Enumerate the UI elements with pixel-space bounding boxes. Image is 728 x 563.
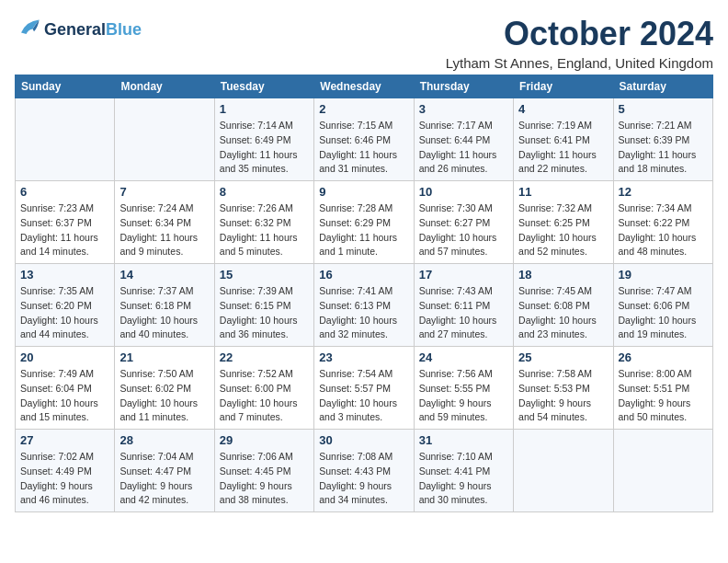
day-detail: Sunrise: 7:50 AMSunset: 6:02 PMDaylight:… (119, 367, 209, 425)
day-number: 27 (20, 433, 109, 447)
calendar-cell: 25Sunrise: 7:58 AMSunset: 5:53 PMDayligh… (514, 347, 613, 430)
week-row-1: 1Sunrise: 7:14 AMSunset: 6:49 PMDaylight… (16, 98, 713, 181)
day-detail: Sunrise: 7:41 AMSunset: 6:13 PMDaylight:… (319, 284, 408, 342)
day-detail: Sunrise: 8:00 AMSunset: 5:51 PMDaylight:… (619, 367, 708, 425)
day-number: 24 (419, 350, 508, 364)
day-header-thursday: Thursday (414, 75, 513, 98)
calendar-cell: 22Sunrise: 7:52 AMSunset: 6:00 PMDayligh… (214, 347, 313, 430)
day-header-friday: Friday (514, 75, 613, 98)
day-number: 8 (220, 185, 309, 199)
calendar-cell: 14Sunrise: 7:37 AMSunset: 6:18 PMDayligh… (115, 264, 214, 347)
month-title: October 2024 (446, 15, 713, 53)
calendar-cell: 23Sunrise: 7:54 AMSunset: 5:57 PMDayligh… (314, 347, 414, 430)
day-detail: Sunrise: 7:30 AMSunset: 6:27 PMDaylight:… (419, 201, 508, 259)
day-detail: Sunrise: 7:19 AMSunset: 6:41 PMDaylight:… (518, 119, 608, 177)
day-detail: Sunrise: 7:43 AMSunset: 6:11 PMDaylight:… (419, 284, 508, 342)
day-number: 18 (518, 268, 608, 282)
week-row-5: 27Sunrise: 7:02 AMSunset: 4:49 PMDayligh… (16, 430, 713, 512)
day-detail: Sunrise: 7:06 AMSunset: 4:45 PMDaylight:… (220, 450, 309, 508)
calendar-cell: 26Sunrise: 8:00 AMSunset: 5:51 PMDayligh… (613, 347, 712, 430)
day-number: 19 (619, 268, 708, 282)
calendar-cell: 18Sunrise: 7:45 AMSunset: 6:08 PMDayligh… (514, 264, 613, 347)
week-row-4: 20Sunrise: 7:49 AMSunset: 6:04 PMDayligh… (16, 347, 713, 430)
location: Lytham St Annes, England, United Kingdom (446, 55, 713, 71)
calendar-cell: 8Sunrise: 7:26 AMSunset: 6:32 PMDaylight… (214, 181, 313, 264)
calendar-cell: 15Sunrise: 7:39 AMSunset: 6:15 PMDayligh… (214, 264, 313, 347)
calendar-cell: 9Sunrise: 7:28 AMSunset: 6:29 PMDaylight… (314, 181, 414, 264)
day-number: 9 (319, 185, 408, 199)
day-detail: Sunrise: 7:08 AMSunset: 4:43 PMDaylight:… (319, 450, 408, 508)
day-detail: Sunrise: 7:34 AMSunset: 6:22 PMDaylight:… (619, 201, 708, 259)
day-detail: Sunrise: 7:02 AMSunset: 4:49 PMDaylight:… (20, 450, 109, 508)
day-number: 11 (518, 185, 608, 199)
logo: GeneralBlue (15, 15, 142, 44)
calendar-cell: 6Sunrise: 7:23 AMSunset: 6:37 PMDaylight… (16, 181, 115, 264)
day-number: 25 (518, 350, 608, 364)
calendar-cell: 16Sunrise: 7:41 AMSunset: 6:13 PMDayligh… (314, 264, 414, 347)
calendar-cell: 4Sunrise: 7:19 AMSunset: 6:41 PMDaylight… (514, 98, 613, 181)
calendar-cell: 12Sunrise: 7:34 AMSunset: 6:22 PMDayligh… (613, 181, 712, 264)
calendar-cell: 17Sunrise: 7:43 AMSunset: 6:11 PMDayligh… (414, 264, 513, 347)
day-detail: Sunrise: 7:24 AMSunset: 6:34 PMDaylight:… (119, 201, 209, 259)
calendar-cell: 7Sunrise: 7:24 AMSunset: 6:34 PMDaylight… (115, 181, 214, 264)
day-number: 29 (220, 433, 309, 447)
calendar-cell: 29Sunrise: 7:06 AMSunset: 4:45 PMDayligh… (214, 430, 313, 512)
day-number: 22 (220, 350, 309, 364)
day-detail: Sunrise: 7:35 AMSunset: 6:20 PMDaylight:… (20, 284, 109, 342)
calendar-table: SundayMondayTuesdayWednesdayThursdayFrid… (15, 75, 713, 512)
day-detail: Sunrise: 7:47 AMSunset: 6:06 PMDaylight:… (619, 284, 708, 342)
day-number: 31 (419, 433, 508, 447)
day-detail: Sunrise: 7:04 AMSunset: 4:47 PMDaylight:… (119, 450, 209, 508)
day-detail: Sunrise: 7:49 AMSunset: 6:04 PMDaylight:… (20, 367, 109, 425)
day-number: 6 (20, 185, 109, 199)
day-detail: Sunrise: 7:39 AMSunset: 6:15 PMDaylight:… (220, 284, 309, 342)
day-detail: Sunrise: 7:54 AMSunset: 5:57 PMDaylight:… (319, 367, 408, 425)
day-number: 28 (119, 433, 209, 447)
day-number: 3 (419, 102, 508, 116)
day-detail: Sunrise: 7:32 AMSunset: 6:25 PMDaylight:… (518, 201, 608, 259)
day-number: 16 (319, 268, 408, 282)
title-block: October 2024 Lytham St Annes, England, U… (446, 15, 713, 71)
calendar-cell (514, 430, 613, 512)
logo-text: GeneralBlue (44, 20, 142, 40)
calendar-cell (115, 98, 214, 181)
day-number: 23 (319, 350, 408, 364)
calendar-cell: 10Sunrise: 7:30 AMSunset: 6:27 PMDayligh… (414, 181, 513, 264)
calendar-cell: 20Sunrise: 7:49 AMSunset: 6:04 PMDayligh… (16, 347, 115, 430)
day-detail: Sunrise: 7:10 AMSunset: 4:41 PMDaylight:… (419, 450, 508, 508)
week-row-2: 6Sunrise: 7:23 AMSunset: 6:37 PMDaylight… (16, 181, 713, 264)
day-number: 5 (619, 102, 708, 116)
day-header-tuesday: Tuesday (214, 75, 313, 98)
calendar-cell (613, 430, 712, 512)
day-detail: Sunrise: 7:17 AMSunset: 6:44 PMDaylight:… (419, 119, 508, 177)
calendar-cell: 24Sunrise: 7:56 AMSunset: 5:55 PMDayligh… (414, 347, 513, 430)
calendar-cell: 11Sunrise: 7:32 AMSunset: 6:25 PMDayligh… (514, 181, 613, 264)
day-detail: Sunrise: 7:58 AMSunset: 5:53 PMDaylight:… (518, 367, 608, 425)
day-detail: Sunrise: 7:37 AMSunset: 6:18 PMDaylight:… (119, 284, 209, 342)
calendar-cell: 31Sunrise: 7:10 AMSunset: 4:41 PMDayligh… (414, 430, 513, 512)
page-header: GeneralBlue October 2024 Lytham St Annes… (15, 15, 713, 71)
calendar-cell (16, 98, 115, 181)
calendar-cell: 13Sunrise: 7:35 AMSunset: 6:20 PMDayligh… (16, 264, 115, 347)
day-number: 12 (619, 185, 708, 199)
logo-icon (15, 15, 40, 44)
day-number: 10 (419, 185, 508, 199)
day-number: 20 (20, 350, 109, 364)
calendar-cell: 21Sunrise: 7:50 AMSunset: 6:02 PMDayligh… (115, 347, 214, 430)
day-number: 26 (619, 350, 708, 364)
calendar-cell: 30Sunrise: 7:08 AMSunset: 4:43 PMDayligh… (314, 430, 414, 512)
calendar-cell: 3Sunrise: 7:17 AMSunset: 6:44 PMDaylight… (414, 98, 513, 181)
week-row-3: 13Sunrise: 7:35 AMSunset: 6:20 PMDayligh… (16, 264, 713, 347)
day-detail: Sunrise: 7:52 AMSunset: 6:00 PMDaylight:… (220, 367, 309, 425)
day-number: 4 (518, 102, 608, 116)
day-detail: Sunrise: 7:56 AMSunset: 5:55 PMDaylight:… (419, 367, 508, 425)
calendar-cell: 2Sunrise: 7:15 AMSunset: 6:46 PMDaylight… (314, 98, 414, 181)
day-detail: Sunrise: 7:21 AMSunset: 6:39 PMDaylight:… (619, 119, 708, 177)
day-number: 13 (20, 268, 109, 282)
calendar-cell: 1Sunrise: 7:14 AMSunset: 6:49 PMDaylight… (214, 98, 313, 181)
day-number: 15 (220, 268, 309, 282)
day-number: 17 (419, 268, 508, 282)
day-detail: Sunrise: 7:28 AMSunset: 6:29 PMDaylight:… (319, 201, 408, 259)
day-number: 7 (119, 185, 209, 199)
day-detail: Sunrise: 7:45 AMSunset: 6:08 PMDaylight:… (518, 284, 608, 342)
